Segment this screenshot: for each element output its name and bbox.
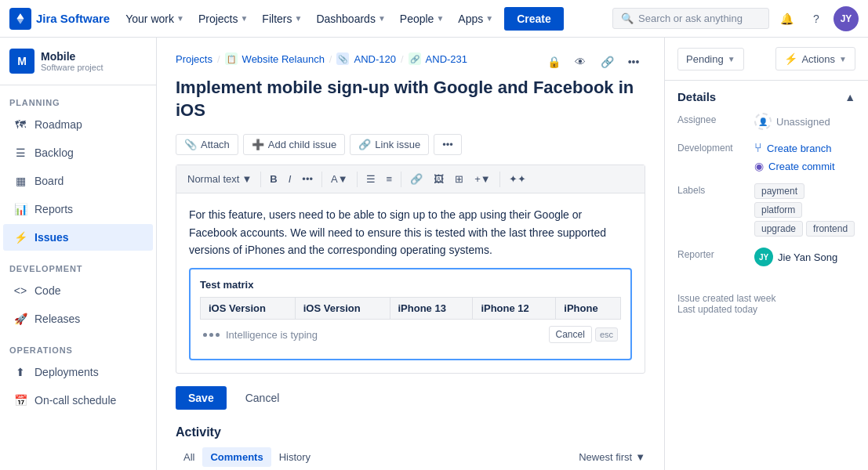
- breadcrumb-and231-link[interactable]: AND-231: [426, 53, 467, 65]
- help-button[interactable]: ?: [804, 6, 829, 31]
- main-nav: Your work ▼ Projects ▼ Filters ▼ Dashboa…: [119, 7, 609, 31]
- right-panel: Pending ▼ ⚡ Actions ▼ Details ▲ Assignee: [664, 38, 868, 470]
- status-button[interactable]: Pending ▼: [677, 48, 744, 70]
- lightning-icon: ⚡: [784, 52, 797, 65]
- app-name: Jira Software: [36, 12, 110, 25]
- editor-body[interactable]: For this feature, users need to be able …: [176, 193, 645, 373]
- toolbar-divider: [260, 172, 261, 187]
- label-frontend: frontend: [806, 221, 855, 237]
- image-button[interactable]: 🖼: [429, 170, 449, 188]
- projects-menu[interactable]: Projects ▼: [192, 8, 254, 30]
- sidebar-item-releases[interactable]: 🚀 Releases: [3, 306, 153, 332]
- create-button[interactable]: Create: [504, 7, 564, 31]
- tab-history[interactable]: History: [271, 447, 318, 467]
- link-button[interactable]: 🔗: [405, 170, 427, 188]
- bullet-list-button[interactable]: ☰: [361, 170, 380, 188]
- sidebar-item-roadmap[interactable]: 🗺 Roadmap: [3, 111, 153, 138]
- col-header-4: iPhone 12: [473, 298, 556, 320]
- italic-button[interactable]: I: [284, 170, 296, 188]
- breadcrumb-and120-link[interactable]: AND-120: [354, 53, 395, 65]
- search-bar[interactable]: 🔍 Search or ask anything: [612, 8, 769, 29]
- col-header-3: iPhone 13: [390, 298, 473, 320]
- last-updated-text: Last updated today: [677, 304, 855, 315]
- activity-title: Activity: [176, 425, 645, 439]
- collapse-icon[interactable]: ▲: [844, 91, 855, 103]
- breadcrumb-website-link[interactable]: Website Relaunch: [242, 53, 325, 65]
- dot-2: [209, 333, 213, 337]
- issue-header-icons: 🔒 👁 🔗 •••: [542, 50, 645, 74]
- col-header-1: iOS Version: [201, 298, 296, 320]
- create-branch-link[interactable]: Create branch: [767, 143, 831, 154]
- sidebar-item-code[interactable]: <> Code: [3, 277, 153, 304]
- sidebar-project-header: M Mobile Software project: [0, 38, 156, 85]
- lock-button[interactable]: 🔒: [542, 50, 565, 74]
- issues-icon: ⚡: [13, 230, 28, 245]
- breadcrumb-projects-link[interactable]: Projects: [176, 53, 212, 65]
- link-issue-button[interactable]: 🔗 Link issue: [350, 134, 429, 155]
- notifications-button[interactable]: 🔔: [774, 6, 799, 31]
- sidebar-item-backlog[interactable]: ☰ Backlog: [3, 139, 153, 166]
- cancel-button[interactable]: Cancel: [233, 386, 292, 410]
- create-commit-link[interactable]: Create commit: [768, 161, 835, 172]
- breadcrumb-sep: /: [217, 53, 220, 65]
- ai-button[interactable]: ✦✦: [504, 170, 531, 188]
- matrix-title: Test matrix: [200, 279, 621, 291]
- attach-button[interactable]: 📎 Attach: [176, 134, 238, 155]
- issue-title: Implement mobile sign-up with Google and…: [176, 77, 645, 121]
- add-child-button[interactable]: ➕ Add child issue: [243, 134, 345, 155]
- development-section-label: DEVELOPMENT: [0, 251, 156, 277]
- bold-button[interactable]: B: [265, 170, 281, 188]
- editor-toolbar: Normal text ▼ B I ••• A▼ ☰ ≡ 🔗 🖼 ⊞: [176, 165, 645, 193]
- search-icon: 🔍: [621, 13, 634, 24]
- save-button[interactable]: Save: [176, 386, 227, 410]
- sidebar-item-issues[interactable]: ⚡ Issues: [3, 224, 153, 251]
- deployments-icon: ⬆: [13, 364, 28, 380]
- roadmap-icon: 🗺: [13, 117, 28, 132]
- text-color-button[interactable]: A▼: [326, 170, 353, 188]
- user-avatar[interactable]: JY: [833, 6, 859, 31]
- unassigned-icon: 👤: [754, 113, 772, 130]
- intelligence-text: Intelligence is typing: [226, 329, 318, 341]
- releases-icon: 🚀: [13, 311, 28, 327]
- ordered-list-button[interactable]: ≡: [382, 170, 398, 188]
- tab-all[interactable]: All: [176, 447, 202, 467]
- search-placeholder: Search or ask anything: [638, 13, 743, 24]
- watch-button[interactable]: 👁: [568, 50, 592, 74]
- apps-menu[interactable]: Apps ▼: [452, 8, 499, 30]
- project-icon: M: [9, 49, 35, 74]
- insert-button[interactable]: +▼: [470, 170, 495, 188]
- tab-comments[interactable]: Comments: [202, 447, 271, 467]
- more-format-button[interactable]: •••: [297, 170, 318, 188]
- people-menu[interactable]: People ▼: [394, 8, 451, 30]
- toolbar-divider4: [401, 172, 401, 187]
- text-style-selector[interactable]: Normal text ▼: [183, 170, 256, 188]
- intelligence-cancel-button[interactable]: Cancel: [549, 326, 592, 343]
- filters-menu[interactable]: Filters ▼: [256, 8, 308, 30]
- project-type: Software project: [41, 63, 103, 72]
- create-commit-row: ◉ Create commit: [754, 160, 835, 172]
- your-work-menu[interactable]: Your work ▼: [119, 8, 191, 30]
- reports-icon: 📊: [13, 201, 28, 217]
- breadcrumb: Projects / 📋 Website Relaunch / 📎 AND-12…: [176, 52, 467, 65]
- issue-created-text: Issue created last week: [677, 293, 855, 304]
- more-options-button[interactable]: •••: [622, 50, 645, 74]
- editor-actions: Save Cancel: [176, 386, 645, 410]
- share-button[interactable]: 🔗: [595, 50, 619, 74]
- sidebar-item-deployments[interactable]: ⬆ Deployments: [3, 359, 153, 385]
- board-icon: ▦: [13, 173, 28, 189]
- actions-button[interactable]: ⚡ Actions ▼: [775, 47, 855, 70]
- code-icon: <>: [13, 283, 28, 298]
- topnav-right: 🔍 Search or ask anything 🔔 ? JY: [612, 6, 859, 31]
- sidebar-item-board[interactable]: ▦ Board: [3, 168, 153, 194]
- dashboards-menu[interactable]: Dashboards ▼: [310, 8, 391, 30]
- layout-body: Projects / 📋 Website Relaunch / 📎 AND-12…: [157, 38, 868, 470]
- and120-icon: 📎: [336, 52, 349, 65]
- sidebar-item-reports[interactable]: 📊 Reports: [3, 196, 153, 222]
- more-toolbar-button[interactable]: •••: [434, 134, 462, 155]
- table-button[interactable]: ⊞: [450, 170, 468, 188]
- activity-sort-button[interactable]: Newest first ▼: [579, 451, 645, 463]
- app-logo[interactable]: Jira Software: [9, 8, 110, 30]
- reporter-label: Reporter: [677, 248, 748, 260]
- sidebar-item-oncall[interactable]: 📅 On-call schedule: [3, 387, 153, 414]
- backlog-icon: ☰: [13, 145, 28, 161]
